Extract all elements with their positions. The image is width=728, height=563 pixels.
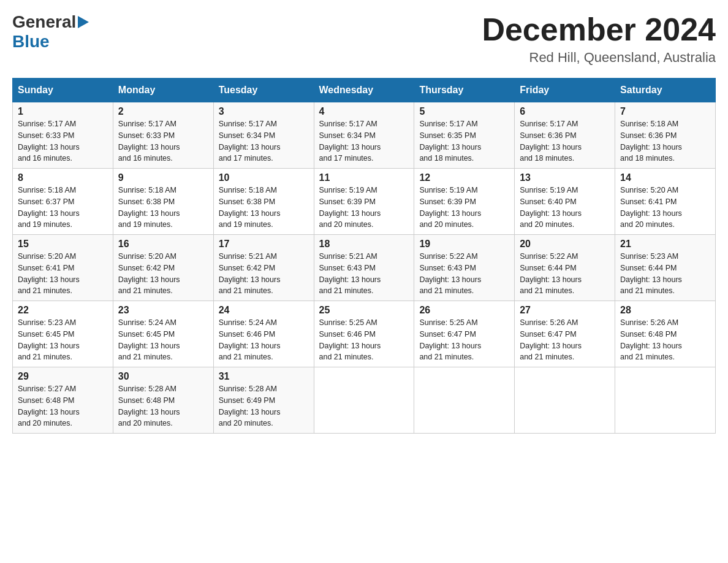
calendar-cell: 21 Sunrise: 5:23 AMSunset: 6:44 PMDaylig… [615,235,716,301]
calendar-week-row: 15 Sunrise: 5:20 AMSunset: 6:41 PMDaylig… [13,235,716,301]
calendar-week-row: 1 Sunrise: 5:17 AMSunset: 6:33 PMDayligh… [13,102,716,169]
day-info: Sunrise: 5:17 AMSunset: 6:33 PMDaylight:… [18,120,80,163]
calendar-cell: 17 Sunrise: 5:21 AMSunset: 6:42 PMDaylig… [213,235,314,301]
day-info: Sunrise: 5:20 AMSunset: 6:41 PMDaylight:… [620,186,682,229]
calendar-cell: 20 Sunrise: 5:22 AMSunset: 6:44 PMDaylig… [515,235,615,301]
day-info: Sunrise: 5:20 AMSunset: 6:42 PMDaylight:… [118,252,180,295]
day-info: Sunrise: 5:26 AMSunset: 6:48 PMDaylight:… [620,318,682,361]
calendar-cell [515,367,615,434]
day-number: 13 [520,172,610,183]
day-number: 22 [18,305,108,316]
day-number: 25 [319,305,409,316]
logo-general-text: General [12,12,76,32]
calendar-cell: 16 Sunrise: 5:20 AMSunset: 6:42 PMDaylig… [113,235,213,301]
calendar-cell: 15 Sunrise: 5:20 AMSunset: 6:41 PMDaylig… [13,235,113,301]
calendar-cell: 14 Sunrise: 5:20 AMSunset: 6:41 PMDaylig… [615,169,716,235]
calendar-week-row: 29 Sunrise: 5:27 AMSunset: 6:48 PMDaylig… [13,367,716,434]
calendar-cell: 7 Sunrise: 5:18 AMSunset: 6:36 PMDayligh… [615,102,716,169]
calendar-cell: 27 Sunrise: 5:26 AMSunset: 6:47 PMDaylig… [515,301,615,367]
day-number: 7 [620,106,710,117]
calendar-cell: 26 Sunrise: 5:25 AMSunset: 6:47 PMDaylig… [414,301,515,367]
day-info: Sunrise: 5:24 AMSunset: 6:46 PMDaylight:… [219,318,281,361]
day-info: Sunrise: 5:22 AMSunset: 6:43 PMDaylight:… [419,252,481,295]
calendar-cell: 6 Sunrise: 5:17 AMSunset: 6:36 PMDayligh… [515,102,615,169]
day-info: Sunrise: 5:25 AMSunset: 6:46 PMDaylight:… [319,318,381,361]
calendar-week-row: 22 Sunrise: 5:23 AMSunset: 6:45 PMDaylig… [13,301,716,367]
day-number: 3 [219,106,309,117]
calendar-cell: 28 Sunrise: 5:26 AMSunset: 6:48 PMDaylig… [615,301,716,367]
calendar-cell: 30 Sunrise: 5:28 AMSunset: 6:48 PMDaylig… [113,367,213,434]
day-number: 4 [319,106,409,117]
calendar-cell: 4 Sunrise: 5:17 AMSunset: 6:34 PMDayligh… [314,102,414,169]
day-number: 11 [319,172,409,183]
day-number: 14 [620,172,710,183]
calendar-table: Sunday Monday Tuesday Wednesday Thursday… [12,78,716,434]
day-number: 2 [118,106,208,117]
calendar-cell: 13 Sunrise: 5:19 AMSunset: 6:40 PMDaylig… [515,169,615,235]
col-saturday: Saturday [615,79,716,102]
day-number: 31 [219,371,309,382]
day-number: 19 [419,239,509,250]
calendar-cell [615,367,716,434]
day-info: Sunrise: 5:21 AMSunset: 6:43 PMDaylight:… [319,252,381,295]
day-info: Sunrise: 5:23 AMSunset: 6:44 PMDaylight:… [620,252,682,295]
logo: General Blue [12,12,89,52]
day-info: Sunrise: 5:22 AMSunset: 6:44 PMDaylight:… [520,252,582,295]
day-info: Sunrise: 5:25 AMSunset: 6:47 PMDaylight:… [419,318,481,361]
day-number: 24 [219,305,309,316]
day-info: Sunrise: 5:21 AMSunset: 6:42 PMDaylight:… [219,252,281,295]
calendar-cell: 12 Sunrise: 5:19 AMSunset: 6:39 PMDaylig… [414,169,515,235]
calendar-cell: 22 Sunrise: 5:23 AMSunset: 6:45 PMDaylig… [13,301,113,367]
day-number: 10 [219,172,309,183]
calendar-cell [314,367,414,434]
calendar-week-row: 8 Sunrise: 5:18 AMSunset: 6:37 PMDayligh… [13,169,716,235]
calendar-cell: 3 Sunrise: 5:17 AMSunset: 6:34 PMDayligh… [213,102,314,169]
day-number: 30 [118,371,208,382]
calendar-cell: 31 Sunrise: 5:28 AMSunset: 6:49 PMDaylig… [213,367,314,434]
day-info: Sunrise: 5:17 AMSunset: 6:34 PMDaylight:… [319,120,381,163]
col-wednesday: Wednesday [314,79,414,102]
calendar-cell: 11 Sunrise: 5:19 AMSunset: 6:39 PMDaylig… [314,169,414,235]
calendar-cell: 2 Sunrise: 5:17 AMSunset: 6:33 PMDayligh… [113,102,213,169]
calendar-cell: 29 Sunrise: 5:27 AMSunset: 6:48 PMDaylig… [13,367,113,434]
logo-blue-text: Blue [12,32,50,51]
day-info: Sunrise: 5:24 AMSunset: 6:45 PMDaylight:… [118,318,180,361]
day-number: 6 [520,106,610,117]
calendar-cell: 24 Sunrise: 5:24 AMSunset: 6:46 PMDaylig… [213,301,314,367]
calendar-cell: 18 Sunrise: 5:21 AMSunset: 6:43 PMDaylig… [314,235,414,301]
col-tuesday: Tuesday [213,79,314,102]
page-header: General Blue December 2024 Red Hill, Que… [12,12,716,66]
day-number: 29 [18,371,108,382]
day-info: Sunrise: 5:18 AMSunset: 6:36 PMDaylight:… [620,120,682,163]
day-number: 16 [118,239,208,250]
day-info: Sunrise: 5:17 AMSunset: 6:35 PMDaylight:… [419,120,481,163]
logo-triangle-icon [78,16,89,28]
col-friday: Friday [515,79,615,102]
calendar-cell: 1 Sunrise: 5:17 AMSunset: 6:33 PMDayligh… [13,102,113,169]
col-monday: Monday [113,79,213,102]
day-number: 12 [419,172,509,183]
day-info: Sunrise: 5:19 AMSunset: 6:39 PMDaylight:… [419,186,481,229]
day-info: Sunrise: 5:20 AMSunset: 6:41 PMDaylight:… [18,252,80,295]
month-year-title: December 2024 [482,12,716,47]
day-number: 20 [520,239,610,250]
day-info: Sunrise: 5:18 AMSunset: 6:37 PMDaylight:… [18,186,80,229]
calendar-cell: 8 Sunrise: 5:18 AMSunset: 6:37 PMDayligh… [13,169,113,235]
day-info: Sunrise: 5:23 AMSunset: 6:45 PMDaylight:… [18,318,80,361]
day-number: 26 [419,305,509,316]
day-number: 9 [118,172,208,183]
calendar-cell: 19 Sunrise: 5:22 AMSunset: 6:43 PMDaylig… [414,235,515,301]
day-info: Sunrise: 5:28 AMSunset: 6:49 PMDaylight:… [219,385,281,427]
calendar-cell: 25 Sunrise: 5:25 AMSunset: 6:46 PMDaylig… [314,301,414,367]
calendar-cell: 9 Sunrise: 5:18 AMSunset: 6:38 PMDayligh… [113,169,213,235]
day-number: 15 [18,239,108,250]
day-info: Sunrise: 5:18 AMSunset: 6:38 PMDaylight:… [219,186,281,229]
day-number: 5 [419,106,509,117]
calendar-cell: 23 Sunrise: 5:24 AMSunset: 6:45 PMDaylig… [113,301,213,367]
day-info: Sunrise: 5:18 AMSunset: 6:38 PMDaylight:… [118,186,180,229]
col-sunday: Sunday [13,79,113,102]
day-info: Sunrise: 5:26 AMSunset: 6:47 PMDaylight:… [520,318,582,361]
day-info: Sunrise: 5:19 AMSunset: 6:40 PMDaylight:… [520,186,582,229]
location-subtitle: Red Hill, Queensland, Australia [482,50,716,66]
day-number: 23 [118,305,208,316]
